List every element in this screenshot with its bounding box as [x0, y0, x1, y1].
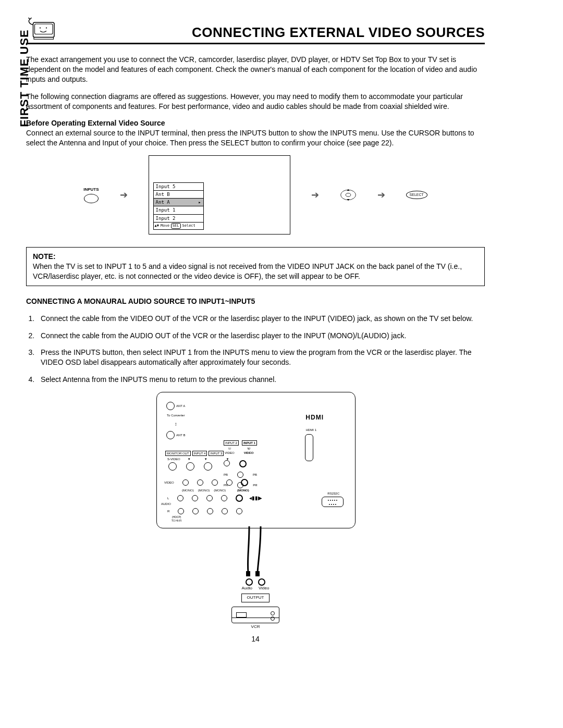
step-item: Press the INPUTS button, then select INP…	[36, 348, 485, 367]
inputs-button-graphic: INPUTS	[83, 187, 99, 203]
svg-rect-7	[246, 571, 250, 576]
vcr-icon	[231, 607, 279, 623]
rs232-label: RS232C	[327, 491, 339, 496]
rear-panel-box: ANT A To Converter ↕ ANT B HDMI HDMI 1 R…	[156, 392, 356, 528]
intro-paragraph-2: The following connection diagrams are of…	[26, 92, 485, 112]
vcr-audio-jack-icon	[246, 578, 253, 586]
hdmi-logo: HDMI	[305, 413, 324, 422]
before-heading: Before Operating External Video Source	[26, 118, 485, 128]
cursor-pad-icon	[340, 187, 357, 203]
step-item: Connect the cable from the AUDIO OUT of …	[36, 331, 485, 341]
menu-item: Input 1	[154, 206, 203, 214]
arrow-icon: ➔	[311, 189, 319, 201]
step-item: Select Antenna from the INPUTS menu to r…	[36, 375, 485, 385]
vcr-label: VCR	[156, 624, 354, 630]
vcr-audio-label: Audio	[242, 586, 252, 591]
menu-footer: ▲▼Move SEL Select	[154, 223, 203, 229]
output-label: OUTPUT	[241, 594, 270, 602]
intro-paragraph-1: The exact arrangement you use to connect…	[26, 55, 485, 84]
page-number: 14	[26, 634, 485, 644]
step-list: Connect the cable from the VIDEO OUT of …	[26, 314, 485, 385]
inputs-menu: Input 5 Ant B Ant A▸ Input 1 Input 2 ▲▼M…	[153, 182, 204, 230]
inputs-diagram: INPUTS ➔ Input 5 Ant B Ant A▸ Input 1 In…	[26, 155, 485, 235]
note-text: When the TV is set to INPUT 1 to 5 and a…	[33, 262, 476, 281]
page-header: CONNECTING EXTERNAL VIDEO SOURCES	[26, 16, 485, 44]
menu-item-selected: Ant A▸	[154, 199, 203, 206]
inputs-button-icon	[84, 194, 99, 203]
note-label: NOTE:	[33, 252, 69, 262]
svg-point-5	[340, 190, 356, 200]
svg-rect-0	[33, 22, 55, 38]
select-button-icon: SELECT	[406, 191, 427, 199]
note-box: NOTE: When the TV is set to INPUT 1 to 5…	[26, 247, 485, 286]
mono-heading: CONNECTING A MONAURAL AUDIO SOURCE TO IN…	[26, 297, 485, 306]
svg-rect-4	[34, 38, 54, 40]
svg-point-3	[46, 27, 47, 28]
menu-item: Ant B	[154, 191, 203, 199]
svg-rect-8	[255, 571, 260, 576]
menu-item: Input 2	[154, 215, 203, 223]
side-label: FIRST TIME USE	[17, 26, 32, 130]
arrow-icon: ➔	[120, 189, 128, 201]
svg-point-2	[40, 27, 41, 28]
hdmi-slot-icon	[305, 434, 313, 461]
rear-panel-diagram: ANT A To Converter ↕ ANT B HDMI HDMI 1 R…	[156, 392, 354, 630]
vcr-video-label: Video	[259, 586, 269, 591]
page-title: CONNECTING EXTERNAL VIDEO SOURCES	[192, 23, 485, 42]
cable-icon	[224, 526, 287, 578]
arrow-icon: ➔	[377, 189, 385, 201]
vcr-video-jack-icon	[258, 578, 265, 586]
inputs-button-label: INPUTS	[83, 187, 99, 193]
before-text: Connect an external source to the INPUT …	[26, 128, 485, 148]
svg-point-6	[346, 193, 351, 196]
menu-item: Input 5	[154, 183, 203, 191]
rs232-port-icon: ∘∘∘∘∘∘∘∘∘	[322, 497, 344, 507]
tv-screen-graphic: Input 5 Ant B Ant A▸ Input 1 Input 2 ▲▼M…	[149, 155, 290, 235]
step-item: Connect the cable from the VIDEO OUT of …	[36, 314, 485, 324]
svg-rect-1	[35, 24, 53, 34]
